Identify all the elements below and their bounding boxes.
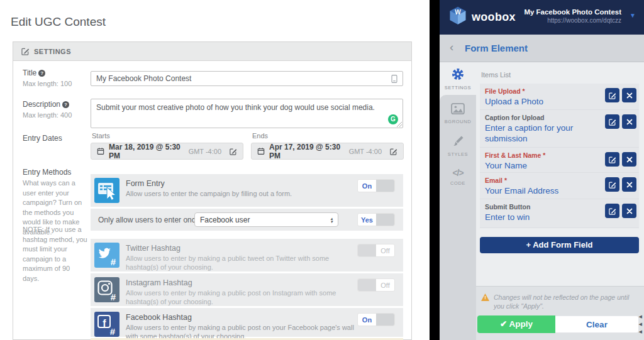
tab-styles[interactable]: STYLES: [440, 135, 476, 157]
method-name: Facebook Hashtag: [126, 313, 192, 322]
settings-card-header: SETTINGS: [13, 42, 411, 61]
toggle-track: [376, 214, 394, 226]
drawer-handle[interactable]: ◀ ◀ ◀: [639, 314, 642, 334]
resize-grip-icon[interactable]: [397, 122, 402, 127]
add-form-field-button[interactable]: + Add Form Field: [480, 237, 639, 253]
remove-field-button[interactable]: [622, 204, 636, 218]
edit-icon: [609, 92, 616, 99]
edit-icon[interactable]: [390, 148, 397, 155]
back-chevron-icon[interactable]: ‹: [450, 40, 453, 54]
edit-field-button[interactable]: [605, 88, 619, 102]
starts-date-value: Mar 18, 2019 @ 5:30 PM: [109, 143, 184, 160]
apply-button[interactable]: ✔ Apply: [477, 315, 555, 333]
items-list-header: Items List: [481, 71, 511, 79]
screen: Edit UGC Contest SETTINGS Title? Max len…: [0, 0, 644, 340]
form-field-card-submit: Submit Button Enter to win: [480, 199, 639, 228]
starts-date-picker[interactable]: Mar 18, 2019 @ 5:30 PM GMT -4:00: [91, 143, 243, 160]
description-textarea[interactable]: Submit your most creative photo of how y…: [91, 99, 403, 128]
method-row-twitter-hashtag: # Twitter Hashtag Allow users to enter b…: [91, 239, 403, 271]
edit-icon: [21, 47, 30, 55]
tab-settings[interactable]: SETTINGS: [440, 68, 476, 90]
inactive-tabs-background: BGROUND STYLES </> CODE: [440, 95, 476, 340]
toggle-track: [358, 279, 376, 291]
edit-field-button[interactable]: [605, 114, 619, 129]
field-value: Enter a caption for your submission: [485, 123, 593, 145]
description-label: Description?: [23, 100, 69, 109]
svg-text:#: #: [111, 292, 116, 302]
method-description: Allow users to enter by making a public …: [126, 255, 355, 272]
gear-icon: [452, 68, 464, 80]
edit-field-button[interactable]: [605, 177, 619, 192]
remove-field-button[interactable]: [622, 88, 636, 102]
remove-field-button[interactable]: [622, 114, 636, 129]
facebook-hashtag-icon: f #: [94, 312, 119, 337]
chevron-down-icon[interactable]: ▼: [630, 12, 636, 19]
twitter-hashtag-toggle[interactable]: Off: [357, 244, 395, 257]
facebook-hashtag-toggle[interactable]: On: [357, 313, 395, 326]
once-per-row: Only allow users to enter once per... Fa…: [91, 209, 403, 231]
warning-text: Changes will not be reflected on the pag…: [494, 293, 638, 310]
brand-name: woobox: [472, 0, 516, 35]
field-value: Upload a Photo: [485, 97, 593, 107]
warning-icon: !: [481, 293, 489, 301]
panel-title: Form Element: [465, 43, 528, 53]
once-per-toggle[interactable]: Yes: [357, 213, 395, 226]
woobox-builder-panel: W woobox My Facebook Photo Contest https…: [440, 0, 644, 340]
close-icon: [626, 182, 633, 188]
help-icon[interactable]: ?: [38, 70, 45, 77]
tab-bground[interactable]: BGROUND: [440, 103, 476, 124]
form-field-card-caption: Caption for Upload Enter a caption for y…: [480, 110, 639, 148]
form-field-card-name: First & Last Name * Your Name: [480, 148, 639, 173]
woobox-header: W woobox My Facebook Photo Contest https…: [440, 0, 644, 35]
title-input[interactable]: My Facebook Photo Contest: [91, 71, 403, 86]
form-field-card-file-upload: File Upload * Upload a Photo: [480, 84, 639, 110]
remove-field-button[interactable]: [622, 177, 636, 192]
edit-field-button[interactable]: [605, 152, 619, 167]
edit-icon: [609, 181, 616, 189]
paintbrush-icon: [452, 135, 464, 147]
entry-methods-note: NOTE: If you use a hashtag method, you m…: [23, 225, 88, 284]
tab-code[interactable]: </> CODE: [440, 167, 476, 186]
description-max-length: Max length: 400: [23, 111, 72, 119]
campaign-switcher[interactable]: My Facebook Photo Contest https://woobox…: [524, 8, 621, 24]
entry-dates-label: Entry Dates: [23, 134, 62, 143]
select-arrows-icon: ▴▾: [330, 217, 333, 223]
help-icon[interactable]: ?: [62, 101, 69, 108]
title-label: Title?: [23, 69, 45, 77]
settings-header-label: SETTINGS: [34, 48, 71, 55]
campaign-url: https://woobox.com/dqtczz: [524, 17, 621, 24]
method-row-instagram-hashtag: # Instagram Hashtag Allow users to enter…: [91, 273, 403, 306]
close-icon: [626, 156, 633, 163]
toggle-track: [376, 180, 394, 192]
caret-left-icon: ◀: [639, 329, 642, 334]
builder-tab-strip: SETTINGS BGROUND STYLES: [440, 62, 476, 340]
method-name: Form Entry: [126, 179, 165, 188]
form-entry-toggle[interactable]: On: [357, 179, 395, 192]
clear-button[interactable]: Clear: [555, 315, 639, 333]
form-field-card-email: Email * Your Email Address: [480, 173, 639, 199]
input-addon-icon: [391, 75, 397, 83]
svg-text:#: #: [110, 326, 116, 337]
method-name: Twitter Hashtag: [126, 244, 180, 253]
once-per-select[interactable]: Facebook user ▴▾: [194, 212, 338, 227]
ends-date-picker[interactable]: Apr 17, 2019 @ 5:30 PM GMT -4:00: [251, 143, 404, 160]
svg-text:f: f: [103, 318, 106, 329]
page-title: Edit UGC Contest: [11, 15, 106, 29]
ends-label: Ends: [252, 132, 268, 140]
caret-left-icon: ◀: [639, 314, 642, 319]
title-input-value: My Facebook Photo Contest: [96, 74, 191, 83]
entry-methods-list: Form Entry Allow users to enter the camp…: [91, 173, 403, 340]
woobox-logo-icon: W: [449, 6, 467, 26]
twitter-hashtag-icon: #: [94, 243, 119, 268]
builder-footer: ! Changes will not be reflected on the p…: [476, 286, 644, 340]
remove-field-button[interactable]: [622, 152, 636, 167]
ends-date-value: Apr 17, 2019 @ 5:30 PM: [269, 143, 345, 160]
field-value: Your Name: [485, 161, 593, 172]
edit-field-button[interactable]: [605, 204, 619, 218]
starts-timezone: GMT -4:00: [189, 148, 221, 155]
edit-icon[interactable]: [230, 148, 237, 155]
instagram-hashtag-toggle[interactable]: Off: [357, 278, 395, 292]
form-field-cards: File Upload * Upload a Photo Caption for…: [480, 84, 639, 228]
field-value: Your Email Address: [485, 186, 593, 197]
field-value: Enter to win: [485, 212, 593, 223]
